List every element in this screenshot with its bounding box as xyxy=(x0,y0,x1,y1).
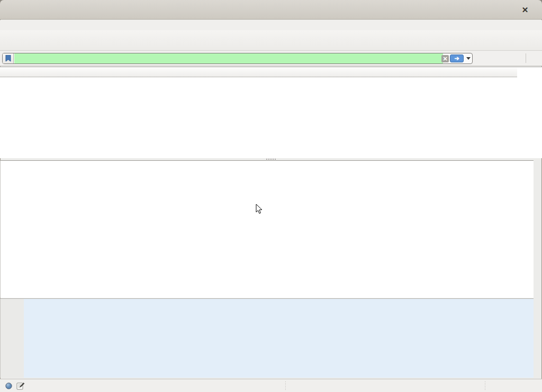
mouse-cursor xyxy=(256,204,263,214)
bookmark-icon xyxy=(5,55,11,62)
filter-bar: ✕ ➔ xyxy=(0,51,542,66)
expert-info-icon[interactable] xyxy=(5,382,12,389)
hex-offset-gutter xyxy=(1,299,24,378)
menu-bar xyxy=(0,20,542,30)
status-bar xyxy=(0,379,542,392)
status-separator xyxy=(285,381,286,390)
splitter-dot xyxy=(268,159,269,160)
filter-apply-icon[interactable]: ➔ xyxy=(450,54,464,62)
display-filter-group: ✕ ➔ xyxy=(2,53,473,64)
main-toolbar xyxy=(0,30,542,51)
splitter-dot xyxy=(273,159,274,160)
splitter-dot xyxy=(270,159,272,160)
packet-details-pane xyxy=(0,160,534,298)
packet-list-rows xyxy=(0,78,517,152)
status-separator xyxy=(485,381,485,390)
splitter-dot xyxy=(266,159,267,160)
packet-bytes-pane xyxy=(0,298,534,378)
packet-list-header[interactable] xyxy=(0,68,517,77)
capture-comment-icon[interactable] xyxy=(16,382,24,390)
packet-list-pane xyxy=(0,67,542,158)
close-window-icon[interactable]: ✕ xyxy=(520,5,530,15)
splitter-dot xyxy=(275,159,276,160)
filter-dropdown-icon[interactable] xyxy=(466,57,471,60)
filter-bookmark-button[interactable] xyxy=(3,53,14,63)
title-bar[interactable]: ✕ xyxy=(0,0,542,20)
wireshark-window: ✕ ✕ ➔ xyxy=(0,0,542,392)
filterbar-separator xyxy=(526,53,526,63)
display-filter-input[interactable] xyxy=(14,53,443,63)
filter-clear-icon[interactable]: ✕ xyxy=(441,55,449,62)
